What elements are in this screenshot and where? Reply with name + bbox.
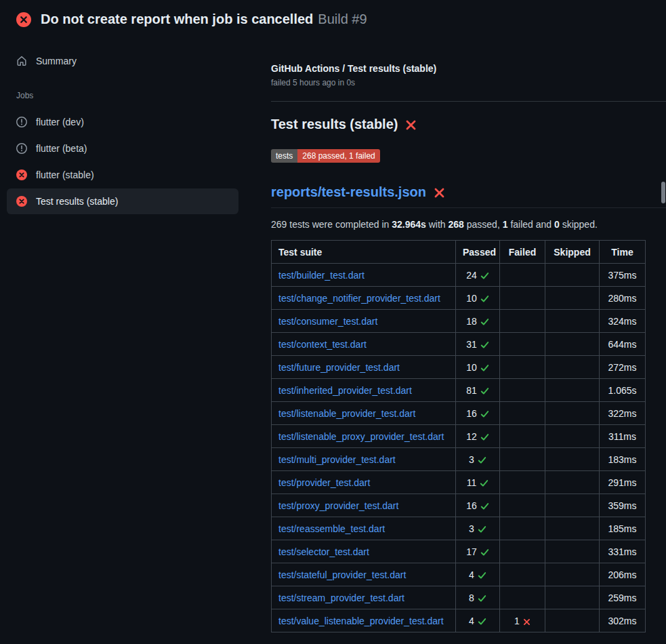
suite-link[interactable]: test/consumer_test.dart — [278, 316, 377, 327]
suite-link[interactable]: test/stream_provider_test.dart — [278, 592, 404, 603]
table-row: test/multi_provider_test.dart 3 183ms — [272, 448, 646, 471]
failed-x-circle-icon — [16, 12, 31, 27]
suite-link[interactable]: test/listenable_provider_test.dart — [278, 408, 415, 419]
summary-segment: 268 — [449, 219, 464, 230]
skipped-cell — [545, 448, 600, 471]
suite-link[interactable]: test/stateful_provider_test.dart — [278, 569, 406, 580]
column-header: Skipped — [545, 241, 600, 264]
check-icon — [478, 523, 486, 534]
sidebar-job-item[interactable]: flutter (stable) — [7, 162, 238, 188]
sidebar-job-item[interactable]: flutter (beta) — [7, 136, 238, 161]
column-header: Time — [600, 241, 646, 264]
failed-cell — [500, 356, 545, 379]
badge-row: tests 268 passed, 1 failed — [271, 149, 666, 163]
x-circle-icon — [16, 196, 27, 207]
check-icon — [480, 431, 489, 442]
suite-link[interactable]: test/change_notifier_provider_test.dart — [278, 293, 440, 304]
failed-cell — [500, 379, 545, 402]
passed-cell: 81 — [456, 379, 500, 402]
time-cell: 322ms — [600, 402, 646, 425]
summary-segment: with — [426, 219, 449, 230]
sidebar-job-label: flutter (stable) — [36, 169, 94, 180]
suite-link[interactable]: test/listenable_proxy_provider_test.dart — [278, 431, 444, 442]
check-icon — [480, 408, 489, 419]
skipped-cell — [545, 333, 600, 356]
skipped-cell — [545, 540, 600, 563]
passed-cell: 10 — [456, 356, 500, 379]
time-cell: 259ms — [600, 586, 646, 609]
scrollbar-thumb[interactable] — [661, 182, 665, 203]
suite-cell: test/stateful_provider_test.dart — [272, 563, 456, 586]
check-icon — [478, 569, 486, 580]
skipped-cell — [545, 471, 600, 494]
divider — [271, 101, 666, 102]
failed-cell — [500, 471, 545, 494]
failed-cell — [500, 425, 545, 448]
skipped-cell — [545, 264, 600, 287]
time-cell: 185ms — [600, 517, 646, 540]
passed-cell: 12 — [456, 425, 500, 448]
failed-cell — [500, 402, 545, 425]
time-cell: 206ms — [600, 563, 646, 586]
build-number: Build #9 — [318, 12, 367, 26]
badge-label: tests — [271, 149, 297, 163]
table-header-row: Test suitePassedFailedSkippedTime — [272, 241, 646, 264]
suite-cell: test/builder_test.dart — [272, 264, 456, 287]
suite-cell: test/multi_provider_test.dart — [272, 448, 456, 471]
table-row: test/stateful_provider_test.dart 4 206ms — [272, 563, 646, 586]
table-row: test/selector_test.dart 17 331ms — [272, 540, 646, 563]
passed-cell: 18 — [456, 310, 500, 333]
time-cell: 311ms — [600, 425, 646, 448]
jobs-section-label: Jobs — [7, 75, 245, 109]
time-cell: 1.065s — [600, 379, 646, 402]
passed-cell: 4 — [456, 563, 500, 586]
x-circle-icon — [16, 169, 27, 180]
suite-link[interactable]: test/provider_test.dart — [278, 477, 370, 488]
time-cell: 291ms — [600, 471, 646, 494]
table-row: test/consumer_test.dart 18 324ms — [272, 310, 646, 333]
summary-segment: 0 — [554, 219, 560, 230]
page-title-row: Do not create report when job is cancell… — [41, 11, 367, 28]
table-body: test/builder_test.dart 24 375ms test/cha… — [272, 264, 646, 632]
suite-link[interactable]: test/reassemble_test.dart — [278, 523, 385, 534]
failed-cell — [500, 287, 545, 310]
suite-link[interactable]: test/multi_provider_test.dart — [278, 454, 396, 465]
suite-link[interactable]: test/builder_test.dart — [278, 270, 365, 281]
skipped-cell — [545, 310, 600, 333]
time-cell: 359ms — [600, 494, 646, 517]
time-cell: 302ms — [600, 609, 646, 632]
skipped-cell — [545, 586, 600, 609]
summary-segment: skipped. — [560, 219, 598, 230]
report-file-link[interactable]: reports/test-results.json — [271, 183, 426, 201]
table-row: test/stream_provider_test.dart 8 259ms — [272, 586, 646, 609]
suite-link[interactable]: test/selector_test.dart — [278, 546, 369, 557]
passed-cell: 3 — [456, 517, 500, 540]
passed-cell: 17 — [456, 540, 500, 563]
skipped-cell — [545, 563, 600, 586]
sidebar-job-item[interactable]: flutter (dev) — [7, 109, 238, 135]
suite-cell: test/value_listenable_provider_test.dart — [272, 609, 456, 632]
sidebar-job-item[interactable]: Test results (stable) — [7, 188, 238, 214]
table-row: test/change_notifier_provider_test.dart … — [272, 287, 646, 310]
suite-link[interactable]: test/proxy_provider_test.dart — [278, 500, 398, 511]
column-header: Failed — [500, 241, 545, 264]
tests-badge: tests 268 passed, 1 failed — [271, 149, 380, 163]
time-cell: 183ms — [600, 448, 646, 471]
suite-link[interactable]: test/future_provider_test.dart — [278, 362, 400, 373]
failed-cell — [500, 448, 545, 471]
summary-line: 269 tests were completed in 32.964s with… — [271, 219, 666, 230]
suite-cell: test/change_notifier_provider_test.dart — [272, 287, 456, 310]
passed-cell: 11 — [456, 471, 500, 494]
sidebar-job-label: flutter (beta) — [36, 143, 87, 154]
suite-cell: test/stream_provider_test.dart — [272, 586, 456, 609]
suite-link[interactable]: test/value_listenable_provider_test.dart — [278, 616, 444, 626]
sidebar-summary-label: Summary — [36, 56, 77, 66]
check-icon — [480, 270, 489, 281]
suite-cell: test/listenable_provider_test.dart — [272, 402, 456, 425]
table-row: test/builder_test.dart 24 375ms — [272, 264, 646, 287]
sidebar-item-summary[interactable]: Summary — [7, 48, 238, 74]
suite-link[interactable]: test/context_test.dart — [278, 339, 367, 350]
sidebar: Summary Jobs flutter (dev) flutter (beta… — [0, 39, 245, 215]
failed-cell — [500, 310, 545, 333]
suite-link[interactable]: test/inherited_provider_test.dart — [278, 385, 412, 396]
